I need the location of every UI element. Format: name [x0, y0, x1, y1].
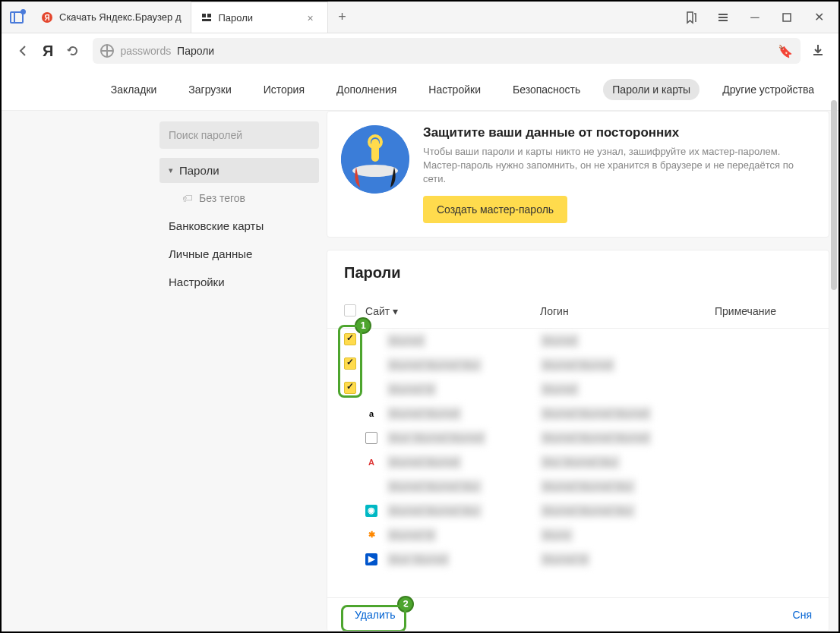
svg-point-7 [352, 165, 398, 177]
site-cell: blurr blurred [387, 552, 450, 567]
sidebar-toggle[interactable] [2, 2, 32, 33]
table-row[interactable]: blurred blurred blurblurred blurred blur [327, 474, 829, 499]
titlebar: Я Скачать Яндекс.Браузер д Пароли × + ─ … [2, 2, 838, 33]
nav-addons[interactable]: Дополнения [327, 79, 406, 100]
annotation-badge-2: 2 [397, 596, 414, 613]
back-button[interactable] [14, 42, 32, 60]
yandex-favicon: Я [41, 11, 53, 24]
sidebar-icon [10, 11, 24, 24]
close-icon[interactable]: × [308, 12, 318, 23]
login-cell: blurred blurred [540, 357, 615, 373]
table-row[interactable]: blurred blurred blurblurred blurred [327, 353, 829, 377]
nav-downloads[interactable]: Загрузки [179, 79, 240, 100]
svg-rect-3 [207, 14, 211, 17]
sidebar-item-personal[interactable]: Личные данные [159, 241, 319, 266]
login-cell: blurred blurred blurred [540, 406, 652, 421]
sidebar: Поиск паролей ▾Пароли 🏷Без тегов Банковс… [152, 111, 327, 631]
sidebar-item-cards[interactable]: Банковские карты [159, 213, 319, 238]
table-row[interactable]: ✱blurred blblurre [327, 523, 829, 547]
yandex-home-button[interactable]: Я [43, 43, 53, 60]
column-login[interactable]: Логин [540, 305, 715, 317]
addressbar: Я passwords Пароли 🔖 [2, 33, 838, 68]
nav-history[interactable]: История [254, 79, 314, 100]
tab-title: Скачать Яндекс.Браузер д [59, 11, 182, 23]
search-input[interactable]: Поиск паролей [159, 121, 319, 149]
table-row[interactable]: blurred blblurred [327, 377, 829, 402]
tab-title: Пароли [219, 12, 302, 24]
site-cell: blurred bl [387, 528, 437, 543]
nav-passwords[interactable]: Пароли и карты [603, 79, 699, 100]
svg-rect-4 [202, 19, 211, 21]
sidebar-item-passwords[interactable]: ▾Пароли [159, 158, 319, 183]
row-checkbox[interactable] [344, 333, 356, 345]
login-cell: blurred bl [540, 552, 590, 567]
globe-icon [100, 44, 114, 58]
content: Защитите ваши данные от посторонних Чтоб… [327, 111, 838, 631]
reload-button[interactable] [64, 42, 82, 60]
browser-tab-1[interactable]: Пароли × [191, 2, 328, 33]
svg-text:Я: Я [44, 14, 49, 22]
settings-nav: Закладки Загрузки История Дополнения Нас… [2, 68, 838, 111]
site-cell: blurred bl [387, 382, 437, 397]
scrollbar[interactable] [831, 100, 837, 290]
site-cell: blurr blurred blurred [387, 430, 486, 446]
table-body: blurredblurredblurred blurred blurblurre… [327, 329, 829, 631]
row-checkbox[interactable] [344, 382, 356, 394]
maximize-icon[interactable] [775, 5, 799, 30]
table-row[interactable]: ablurred blurredblurred blurred blurred [327, 402, 829, 426]
site-cell: blurred blurred blur [387, 503, 482, 518]
login-cell: blurre [540, 528, 573, 543]
table-row[interactable]: blurr blurred blurredblurred blurred blu… [327, 426, 829, 450]
svg-rect-2 [202, 14, 206, 17]
svg-rect-8 [371, 139, 379, 162]
login-cell: blurred blurred blur [540, 479, 636, 494]
delete-button[interactable]: Удалить [344, 604, 406, 625]
banner-text: Чтобы ваши пароли и карты никто не узнал… [423, 145, 815, 187]
bookmarks-icon[interactable] [679, 5, 703, 30]
site-cell: blurred blurred [387, 406, 462, 421]
chevron-down-icon: ▾ [393, 305, 398, 317]
close-window-icon[interactable]: ✕ [807, 5, 831, 30]
site-cell: blurred blurred blur [387, 479, 482, 494]
site-cell: blurred blurred blur [387, 357, 482, 373]
table-row[interactable]: ▶blurr blurredblurred bl [327, 547, 829, 572]
master-password-banner: Защитите ваши данные от посторонних Чтоб… [327, 111, 829, 238]
panel-title: Пароли [327, 250, 829, 295]
site-cell: blurred blurred [387, 455, 462, 470]
new-tab-button[interactable]: + [328, 2, 357, 33]
login-cell: blurred blurred blurred [540, 430, 652, 446]
column-note[interactable]: Примечание [715, 305, 812, 317]
sidebar-item-settings[interactable]: Настройки [159, 269, 319, 294]
clear-selection-button[interactable]: Сня [793, 609, 812, 621]
browser-tab-0[interactable]: Я Скачать Яндекс.Браузер д [32, 2, 191, 33]
banner-illustration [341, 125, 409, 194]
url-input[interactable]: passwords Пароли 🔖 [93, 38, 801, 64]
table-row[interactable]: ◉blurred blurred blurblurred blurred blu… [327, 499, 829, 523]
sidebar-item-label: Пароли [179, 164, 219, 177]
login-cell: blurred blurred blur [540, 503, 636, 518]
create-master-password-button[interactable]: Создать мастер-пароль [423, 196, 567, 223]
column-site[interactable]: Сайт ▾ [365, 305, 540, 317]
table-row[interactable]: Ablurred blurredblur blurred blur [327, 450, 829, 474]
nav-settings[interactable]: Настройки [419, 79, 490, 100]
bottom-bar: Удалить 2 Сня [327, 597, 829, 631]
table-row[interactable]: blurredblurred [327, 329, 829, 353]
login-cell: blurred [540, 382, 579, 397]
minimize-icon[interactable]: ─ [743, 5, 767, 30]
bookmark-star-icon[interactable]: 🔖 [778, 44, 793, 58]
passwords-favicon [201, 11, 213, 24]
select-all-checkbox[interactable] [344, 304, 356, 316]
chevron-down-icon: ▾ [169, 165, 173, 175]
menu-icon[interactable] [711, 5, 735, 30]
nav-security[interactable]: Безопасность [504, 79, 589, 100]
svg-rect-5 [783, 14, 791, 21]
tag-icon: 🏷 [182, 192, 193, 204]
nav-devices[interactable]: Другие устройства [713, 79, 823, 100]
row-checkbox[interactable] [344, 357, 356, 370]
downloads-button[interactable] [811, 43, 826, 58]
main-area: Поиск паролей ▾Пароли 🏷Без тегов Банковс… [2, 111, 838, 631]
nav-bookmarks[interactable]: Закладки [102, 79, 166, 100]
table-header: Сайт ▾ Логин Примечание [327, 295, 829, 329]
sidebar-item-no-tags[interactable]: 🏷Без тегов [159, 186, 319, 210]
passwords-panel: Пароли Сайт ▾ Логин Примечание blurredbl… [327, 250, 829, 631]
